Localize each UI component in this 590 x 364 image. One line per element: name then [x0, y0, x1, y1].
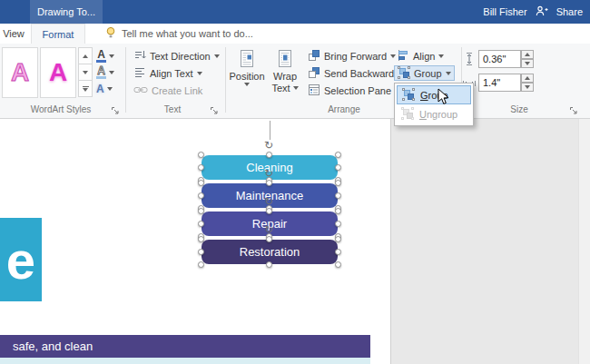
resize-handle[interactable]: [335, 192, 341, 199]
spin-up-icon: [525, 76, 530, 80]
bring-forward-label: Bring Forward: [324, 51, 387, 62]
share-button[interactable]: Share: [556, 6, 583, 17]
menu-item-ungroup[interactable]: Ungroup: [397, 104, 471, 123]
resize-handle[interactable]: [198, 249, 204, 255]
gallery-up-button[interactable]: [78, 47, 93, 64]
resize-handle[interactable]: [198, 180, 204, 186]
rotate-handle[interactable]: ↻: [264, 196, 273, 207]
send-backward-icon: [308, 66, 320, 81]
word-window: Drawing To... Bill Fisher Share View For…: [0, 0, 590, 364]
wordart-letter-text: e: [6, 230, 35, 290]
contextual-tab-header[interactable]: Drawing To...: [30, 0, 103, 24]
text-effects-button[interactable]: A: [94, 81, 125, 96]
resize-handle[interactable]: [198, 236, 204, 242]
width-spin-down[interactable]: [521, 83, 534, 92]
wrap-text-button[interactable]: Wrap Text: [267, 47, 303, 100]
text-dialog-launcher[interactable]: [209, 105, 220, 116]
resize-handle[interactable]: [335, 261, 341, 268]
align-text-caret-icon: [197, 72, 202, 75]
contextual-tab-label: Drawing To...: [37, 6, 95, 17]
text-fill-icon: A: [96, 50, 106, 63]
resize-handle[interactable]: [198, 164, 204, 171]
resize-handle[interactable]: [266, 180, 272, 186]
text-direction-button[interactable]: Text Direction: [131, 48, 222, 64]
group-icon: [402, 88, 415, 103]
vertical-scrollbar[interactable]: [578, 119, 590, 364]
shape-restoration[interactable]: ↻ Restoration: [202, 240, 338, 264]
create-link-button[interactable]: Create Link: [131, 83, 205, 98]
wrap-text-label-2: Text: [271, 83, 290, 93]
resize-handle[interactable]: [198, 221, 204, 227]
send-backward-label: Send Backward: [324, 68, 394, 79]
text-effects-icon: A: [96, 84, 104, 93]
resize-handle[interactable]: [266, 236, 272, 242]
position-label: Position: [229, 71, 264, 82]
document-page[interactable]: e ↻ Cleaning ↻ Maintenance: [0, 119, 391, 364]
tab-view[interactable]: View: [0, 24, 27, 44]
tab-format[interactable]: Format: [31, 24, 85, 44]
bring-forward-button[interactable]: Bring Forward: [305, 48, 398, 64]
rotate-handle[interactable]: ↻: [264, 140, 273, 151]
align-button[interactable]: Align: [394, 48, 447, 64]
document-banner[interactable]: safe, and clean: [0, 335, 370, 358]
shape-height-input[interactable]: [478, 50, 521, 68]
resize-handle[interactable]: [266, 152, 272, 158]
menu-item-group[interactable]: Group: [397, 85, 471, 104]
ribbon-tab-row: View Format Tell me what you want to do.…: [0, 24, 590, 44]
shape-width-input[interactable]: [478, 74, 521, 92]
text-direction-icon: [133, 49, 146, 63]
width-spin-up[interactable]: [521, 74, 534, 83]
resize-handle[interactable]: [198, 208, 204, 214]
position-button[interactable]: Position: [229, 47, 265, 100]
rotate-handle[interactable]: ↻: [264, 224, 273, 235]
resize-handle[interactable]: [198, 192, 204, 199]
dialog-launcher-icon: [111, 106, 120, 115]
resize-handle[interactable]: [335, 152, 341, 158]
wordart-style-2[interactable]: A: [40, 47, 76, 98]
rotate-handle[interactable]: ↻: [264, 168, 273, 179]
text-fill-button[interactable]: A: [94, 48, 125, 64]
tell-me-box[interactable]: Tell me what you want to do...: [105, 24, 253, 44]
resize-handle[interactable]: [335, 221, 341, 227]
resize-handle[interactable]: [335, 236, 341, 242]
document-strip[interactable]: [0, 358, 370, 364]
selection-pane-icon: [308, 84, 320, 98]
gallery-down-button[interactable]: [78, 64, 93, 81]
send-backward-button[interactable]: Send Backward: [305, 65, 406, 81]
text-group-label: Text: [127, 104, 218, 114]
wordart-letter[interactable]: e: [0, 218, 42, 301]
resize-handle[interactable]: [198, 152, 204, 158]
size-dialog-launcher[interactable]: [568, 105, 579, 116]
gallery-more-bar-icon: [83, 86, 89, 87]
resize-handle[interactable]: [335, 249, 341, 255]
gallery-more-button[interactable]: [78, 80, 93, 97]
text-fill-caret-icon: [109, 54, 114, 58]
align-text-icon: [133, 66, 146, 80]
align-text-button[interactable]: Align Text: [131, 65, 205, 81]
resize-handle[interactable]: [335, 164, 341, 171]
dialog-launcher-icon: [569, 106, 578, 115]
group-icon: [398, 66, 410, 81]
height-spin-down[interactable]: [521, 59, 534, 68]
tab-format-label: Format: [43, 29, 74, 40]
wrap-text-icon: [277, 49, 293, 70]
resize-handle[interactable]: [198, 261, 204, 268]
selection-pane-button[interactable]: Selection Pane: [305, 83, 394, 98]
share-person-icon: [536, 5, 548, 19]
resize-handle[interactable]: [335, 180, 341, 186]
wordart-style-2-letter: A: [49, 58, 67, 87]
height-spin-up[interactable]: [521, 50, 534, 59]
wordart-styles-dialog-launcher[interactable]: [110, 105, 121, 116]
resize-handle[interactable]: [266, 208, 272, 214]
dialog-launcher-icon: [210, 106, 219, 115]
text-outline-button[interactable]: A: [94, 64, 125, 80]
spin-down-icon: [525, 85, 530, 89]
group-button[interactable]: Group: [394, 65, 455, 81]
text-direction-caret-icon: [214, 54, 220, 58]
resize-handle[interactable]: [266, 261, 272, 268]
align-caret-icon: [438, 54, 444, 58]
wordart-style-1[interactable]: A: [2, 47, 38, 98]
group-dropdown-menu: Group Ungroup: [394, 83, 474, 126]
text-outline-icon: A: [96, 66, 106, 79]
resize-handle[interactable]: [335, 208, 341, 214]
